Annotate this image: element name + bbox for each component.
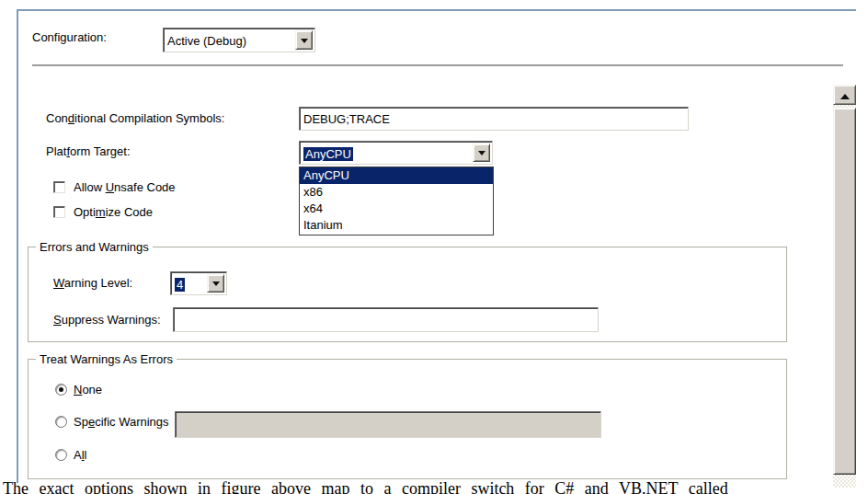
warning-level-label: Warning Level: bbox=[53, 276, 132, 291]
configuration-combobox-value: Active (Debug) bbox=[167, 31, 246, 52]
conditional-symbols-label: Conditional Compilation Symbols: bbox=[46, 111, 224, 126]
chevron-down-icon bbox=[212, 281, 220, 290]
label-part: uppress Warnings: bbox=[62, 313, 161, 327]
label-part: Sp bbox=[74, 415, 88, 429]
panel-left-border bbox=[17, 9, 18, 483]
label-part: itional Compilation Symbols: bbox=[74, 111, 224, 125]
label-part: Allow bbox=[74, 180, 106, 194]
panel-top-border bbox=[17, 9, 856, 11]
all-radio[interactable] bbox=[55, 449, 67, 461]
specific-warnings-radio[interactable] bbox=[55, 416, 67, 428]
caption-text: The exact options shown in figure above … bbox=[3, 479, 862, 494]
suppress-warnings-label: Suppress Warnings: bbox=[53, 313, 161, 327]
errors-and-warnings-group-title: Errors and Warnings bbox=[36, 240, 153, 255]
conditional-symbols-input[interactable] bbox=[299, 107, 689, 131]
allow-unsafe-label[interactable]: Allow Unsafe Code bbox=[74, 180, 176, 195]
configuration-dropdown-button[interactable] bbox=[295, 30, 313, 50]
label-part: one bbox=[82, 383, 102, 396]
label-part: A bbox=[74, 448, 82, 462]
platform-target-combobox[interactable]: AnyCPU bbox=[299, 141, 493, 165]
warning-level-combobox-value: 4 bbox=[175, 278, 185, 292]
optimize-code-label[interactable]: Optimize Code bbox=[74, 205, 153, 220]
label-part: Opti bbox=[74, 205, 96, 219]
chevron-down-icon bbox=[301, 39, 308, 47]
label-mnemonic: N bbox=[74, 383, 82, 396]
dropdown-option-x64[interactable]: x64 bbox=[300, 201, 493, 217]
specific-warnings-input bbox=[175, 411, 601, 438]
label-part: Con bbox=[46, 111, 68, 125]
platform-target-label: Platform Target: bbox=[46, 144, 131, 159]
label-mnemonic: U bbox=[106, 180, 114, 194]
label-part: arning Level: bbox=[64, 276, 132, 290]
label-part: cific Warnings bbox=[95, 415, 168, 429]
dropdown-option-x86[interactable]: x86 bbox=[300, 184, 493, 201]
scrollbar-up-button[interactable] bbox=[833, 85, 856, 105]
label-mnemonic: m bbox=[96, 205, 106, 219]
scrollbar-thumb[interactable] bbox=[833, 108, 856, 475]
vertical-scrollbar[interactable] bbox=[833, 85, 856, 488]
label-mnemonic: S bbox=[53, 313, 62, 327]
suppress-warnings-input[interactable] bbox=[173, 307, 599, 332]
warning-level-dropdown-button[interactable] bbox=[207, 274, 224, 293]
label-mnemonic: d bbox=[68, 111, 74, 125]
chevron-down-icon bbox=[478, 151, 485, 159]
specific-warnings-radio-label[interactable]: Specific Warnings bbox=[74, 415, 169, 430]
allow-unsafe-checkbox[interactable] bbox=[53, 181, 65, 193]
configuration-combobox[interactable]: Active (Debug) bbox=[163, 28, 315, 52]
label-part: orm Target: bbox=[70, 144, 131, 158]
warning-level-combobox[interactable]: 4 bbox=[170, 271, 227, 295]
separator-line bbox=[32, 64, 843, 66]
arrow-up-icon bbox=[840, 89, 850, 99]
dropdown-option-itanium[interactable]: Itanium bbox=[300, 217, 493, 234]
none-radio[interactable] bbox=[55, 384, 67, 396]
label-part: Plat bbox=[46, 144, 66, 158]
platform-target-combobox-value: AnyCPU bbox=[303, 147, 353, 161]
label-mnemonic: W bbox=[53, 276, 64, 290]
label-part: l bbox=[85, 448, 87, 462]
treat-warnings-group-title: Treat Warnings As Errors bbox=[36, 352, 177, 367]
dropdown-option-anycpu[interactable]: AnyCPU bbox=[300, 167, 493, 184]
label-part: ize Code bbox=[106, 205, 153, 219]
none-radio-label[interactable]: None bbox=[74, 383, 102, 397]
optimize-code-checkbox[interactable] bbox=[53, 206, 65, 218]
configuration-label: Configuration: bbox=[32, 30, 107, 45]
all-radio-label[interactable]: All bbox=[74, 448, 86, 463]
label-part: nsafe Code bbox=[114, 180, 176, 194]
platform-target-dropdown-button[interactable] bbox=[473, 144, 490, 162]
platform-target-dropdown-list: AnyCPU x86 x64 Itanium bbox=[299, 167, 494, 236]
